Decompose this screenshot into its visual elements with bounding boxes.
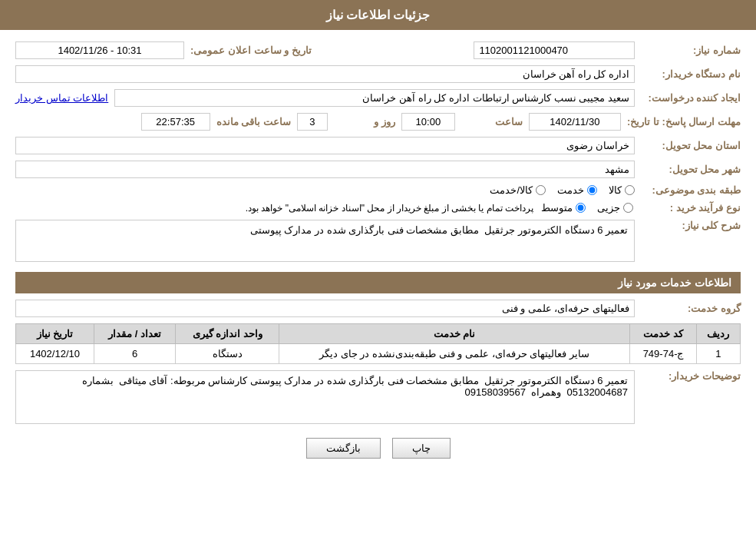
services-table: ردیف کد خدمت نام خدمت واحد اندازه گیری ت… xyxy=(15,323,741,364)
announcement-date-value: 1402/11/26 - 10:31 xyxy=(15,41,184,59)
buyer-desc-row: توضیحات خریدار: تعمیر 6 دستگاه الکترموتو… xyxy=(15,370,741,426)
requester-value: سعید مجیبی نسب کارشناس ارتباطات اداره کل… xyxy=(114,89,635,107)
announcement-date-label: تاریخ و ساعت اعلان عمومی: xyxy=(190,45,312,56)
service-group-label: گروه خدمت: xyxy=(641,303,741,314)
cell-row: 1 xyxy=(696,344,740,364)
radio-kala-label: کالا xyxy=(609,184,622,196)
buyer-org-label: نام دستگاه خریدار: xyxy=(641,68,741,80)
buyer-desc-value[interactable]: تعمیر 6 دستگاه الکترموتور جرثقیل مطابق م… xyxy=(15,370,635,424)
deadline-label: مهلت ارسال پاسخ: تا تاریخ: xyxy=(627,116,741,128)
col-header-date: تاریخ نیاز xyxy=(16,324,94,344)
radio-item-khedmat: خدمت xyxy=(557,184,597,196)
radio-khedmat[interactable] xyxy=(587,185,597,195)
deadline-date: 1402/11/30 xyxy=(529,113,621,131)
city-row: شهر محل تحویل: مشهد xyxy=(15,161,741,178)
purchase-type-row: نوع فرآیند خرید : جزیی متوسط پرداخت تمام… xyxy=(15,202,741,214)
col-header-unit: واحد اندازه گیری xyxy=(176,324,279,344)
print-button[interactable]: چاپ xyxy=(392,438,451,459)
purchase-note: پرداخت تمام یا بخشی از مبلغ خریدار از مح… xyxy=(15,203,533,214)
contact-link[interactable]: اطلاعات تماس خریدار xyxy=(15,92,108,104)
deadline-remaining: 22:57:35 xyxy=(141,113,210,131)
deadline-time: 10:00 xyxy=(401,113,455,131)
category-radio-group: کالا خدمت کالا/خدمت xyxy=(490,184,635,196)
category-label: طبقه بندی موضوعی: xyxy=(641,184,741,196)
deadline-days-label: روز و xyxy=(334,116,395,128)
deadline-time-label: ساعت xyxy=(461,116,523,128)
need-desc-label: شرح کلی نیاز: xyxy=(641,220,741,231)
radio-jozii-label: جزیی xyxy=(597,202,620,214)
radio-kala[interactable] xyxy=(625,185,635,195)
services-section-header: اطلاعات خدمات مورد نیاز xyxy=(15,272,741,293)
page-container: جزئیات اطلاعات نیاز شماره نیاز: 11020011… xyxy=(0,0,756,540)
buyer-org-row: نام دستگاه خریدار: اداره کل راه آهن خراس… xyxy=(15,65,741,83)
radio-motavasset[interactable] xyxy=(576,203,586,213)
deadline-row: مهلت ارسال پاسخ: تا تاریخ: 1402/11/30 سا… xyxy=(15,113,741,131)
need-number-label: شماره نیاز: xyxy=(641,45,741,56)
table-row: 1 ج-74-749 سایر فعالیتهای حرفه‌ای، علمی … xyxy=(16,344,741,364)
city-value: مشهد xyxy=(15,161,635,178)
radio-khedmat-label: خدمت xyxy=(557,184,584,196)
radio-item-jozii: جزیی xyxy=(597,202,633,214)
province-row: استان محل تحویل: خراسان رضوی xyxy=(15,137,741,154)
deadline-days: 3 xyxy=(297,113,328,131)
radio-item-motavasset: متوسط xyxy=(541,202,586,214)
service-group-row: گروه خدمت: فعالیتهای حرفه‌ای، علمی و فنی xyxy=(15,300,741,317)
need-number-value: 1102001121000470 xyxy=(474,41,635,59)
page-header: جزئیات اطلاعات نیاز xyxy=(0,0,756,30)
col-header-name: نام خدمت xyxy=(279,324,629,344)
need-desc-value[interactable]: تعمیر 6 دستگاه الکترموتور جرثقیل مطابق م… xyxy=(15,220,635,262)
buyer-desc-container: تعمیر 6 دستگاه الکترموتور جرثقیل مطابق م… xyxy=(15,370,635,426)
back-button[interactable]: بازگشت xyxy=(306,438,381,459)
purchase-type-label: نوع فرآیند خرید : xyxy=(641,202,741,214)
requester-row: ایجاد کننده درخواست: سعید مجیبی نسب کارش… xyxy=(15,89,741,107)
need-desc-row: شرح کلی نیاز: تعمیر 6 دستگاه الکترموتور … xyxy=(15,220,741,264)
service-group-value: فعالیتهای حرفه‌ای، علمی و فنی xyxy=(15,300,635,317)
province-value: خراسان رضوی xyxy=(15,137,635,154)
radio-motavasset-label: متوسط xyxy=(541,202,573,214)
radio-kala-khedmat[interactable] xyxy=(536,185,546,195)
radio-jozii[interactable] xyxy=(623,203,633,213)
radio-kala-khedmat-label: کالا/خدمت xyxy=(490,184,533,196)
category-row: طبقه بندی موضوعی: کالا خدمت کالا/خدمت xyxy=(15,184,741,196)
deadline-remaining-label: ساعت باقی مانده xyxy=(216,116,291,128)
cell-code: ج-74-749 xyxy=(630,344,697,364)
buyer-org-value: اداره کل راه آهن خراسان xyxy=(15,65,635,83)
col-header-row: ردیف xyxy=(696,324,740,344)
province-label: استان محل تحویل: xyxy=(641,140,741,151)
page-title: جزئیات اطلاعات نیاز xyxy=(326,8,431,22)
requester-label: ایجاد کننده درخواست: xyxy=(641,92,741,104)
buyer-desc-label: توضیحات خریدار: xyxy=(641,370,741,382)
col-header-count: تعداد / مقدار xyxy=(94,324,176,344)
radio-item-kala-khedmat: کالا/خدمت xyxy=(490,184,546,196)
col-header-code: کد خدمت xyxy=(630,324,697,344)
radio-item-kala: کالا xyxy=(609,184,635,196)
cell-date: 1402/12/10 xyxy=(16,344,94,364)
cell-name: سایر فعالیتهای حرفه‌ای، علمی و فنی طبقه‌… xyxy=(279,344,629,364)
cell-unit: دستگاه xyxy=(176,344,279,364)
cell-count: 6 xyxy=(94,344,176,364)
main-content: شماره نیاز: 1102001121000470 تاریخ و ساع… xyxy=(0,30,756,485)
purchase-radio-group: جزیی متوسط xyxy=(541,202,633,214)
need-desc-container: تعمیر 6 دستگاه الکترموتور جرثقیل مطابق م… xyxy=(15,220,635,264)
button-row: چاپ بازگشت xyxy=(15,438,741,474)
need-number-row: شماره نیاز: 1102001121000470 تاریخ و ساع… xyxy=(15,41,741,59)
city-label: شهر محل تحویل: xyxy=(641,164,741,175)
table-header-row: ردیف کد خدمت نام خدمت واحد اندازه گیری ت… xyxy=(16,324,741,344)
